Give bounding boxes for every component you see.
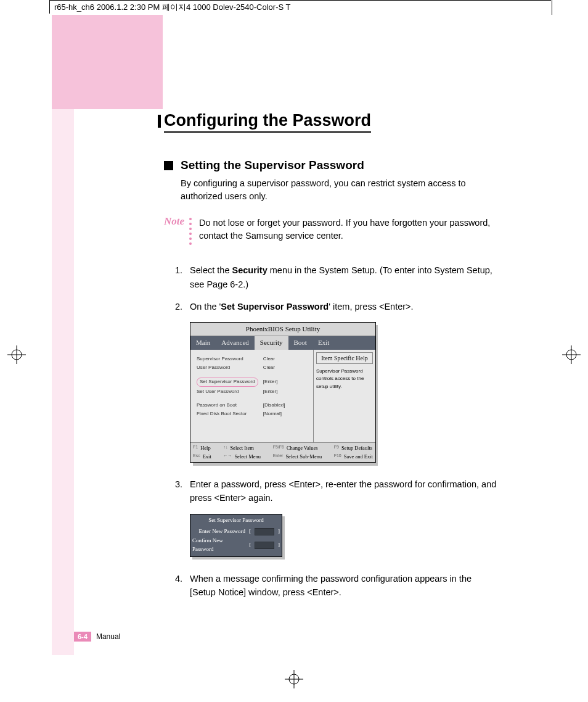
bios-screenshot: PhoenixBIOS Setup Utility Main Advanced … <box>190 322 375 462</box>
bios-menu-bar: Main Advanced Security Boot Exit <box>190 336 375 349</box>
bios-footer: F1Help EscExit ↑↓Select Item ←→Select Me… <box>190 442 375 462</box>
note-text: Do not lose or forget your password. If … <box>199 217 497 242</box>
crop-line <box>49 0 551 1</box>
registration-mark-bottom <box>285 670 303 691</box>
step-item: 3. Enter a password, press <Enter>, re-e… <box>164 477 497 505</box>
dialog-row: Confirm New Password [] <box>192 537 280 554</box>
note-label: Note <box>164 215 184 228</box>
dotted-separator-icon <box>189 217 193 245</box>
password-dialog: Set Supervisor Password Enter New Passwo… <box>190 514 282 557</box>
step-number: 3. <box>164 477 190 505</box>
crop-tick <box>552 0 552 15</box>
bios-tab-exit: Exit <box>312 336 335 349</box>
step-number: 4. <box>164 572 190 600</box>
bios-help-panel: Item Specific Help Supervisor Password c… <box>313 350 375 442</box>
bios-help-text: Supervisor Password controls access to t… <box>316 368 373 390</box>
step-text: On the 'Set Supervisor Password' item, p… <box>190 300 497 313</box>
note-callout: Note Do not lose or forget your password… <box>164 217 497 245</box>
bios-highlighted-item: Set Supervisor Password <box>197 378 258 386</box>
step-item: 2. On the 'Set Supervisor Password' item… <box>164 300 497 313</box>
step-number: 1. <box>164 263 190 291</box>
bios-tab-main: Main <box>190 336 216 349</box>
step-text: When a message confirming the password c… <box>190 572 497 600</box>
dialog-title: Set Supervisor Password <box>192 516 280 525</box>
crop-tick <box>49 0 50 14</box>
bios-tab-advanced: Advanced <box>216 336 255 349</box>
step-number: 2. <box>164 300 190 313</box>
step-text: Select the Security menu in the System S… <box>190 263 497 291</box>
section-title: Setting the Supervisor Password <box>181 159 364 172</box>
step-item: 1. Select the Security menu in the Syste… <box>164 263 497 291</box>
page-footer: 6-4 Manual <box>74 632 120 642</box>
confirm-password-field <box>255 542 274 549</box>
section-body: By configuring a supervisor password, yo… <box>181 177 497 203</box>
pink-corner-block <box>52 15 163 109</box>
bios-title: PhoenixBIOS Setup Utility <box>190 323 375 336</box>
bios-help-title: Item Specific Help <box>316 352 373 365</box>
bios-tab-security: Security <box>255 336 288 349</box>
bios-left-panel: Supervisor PasswordClear User PasswordCl… <box>190 350 313 442</box>
content-area: Configuring the Password Setting the Sup… <box>164 111 497 608</box>
page-number: 6-4 <box>74 632 91 642</box>
page-title: Configuring the Password <box>164 111 371 133</box>
footer-label: Manual <box>96 632 120 641</box>
pink-sidebar <box>52 15 74 655</box>
step-item: 4. When a message confirming the passwor… <box>164 572 497 600</box>
password-field <box>255 528 274 535</box>
dialog-row: Enter New Password [] <box>192 527 280 536</box>
print-header: r65-hk_ch6 2006.1.2 2:30 PM 페이지4 1000 Do… <box>54 2 290 13</box>
bios-tab-boot: Boot <box>288 336 312 349</box>
registration-mark-left <box>7 345 26 366</box>
square-bullet-icon <box>164 161 173 170</box>
section-heading: Setting the Supervisor Password <box>164 159 497 172</box>
steps-list: 1. Select the Security menu in the Syste… <box>164 263 497 599</box>
step-text: Enter a password, press <Enter>, re-ente… <box>190 477 497 505</box>
registration-mark-right <box>562 345 581 366</box>
